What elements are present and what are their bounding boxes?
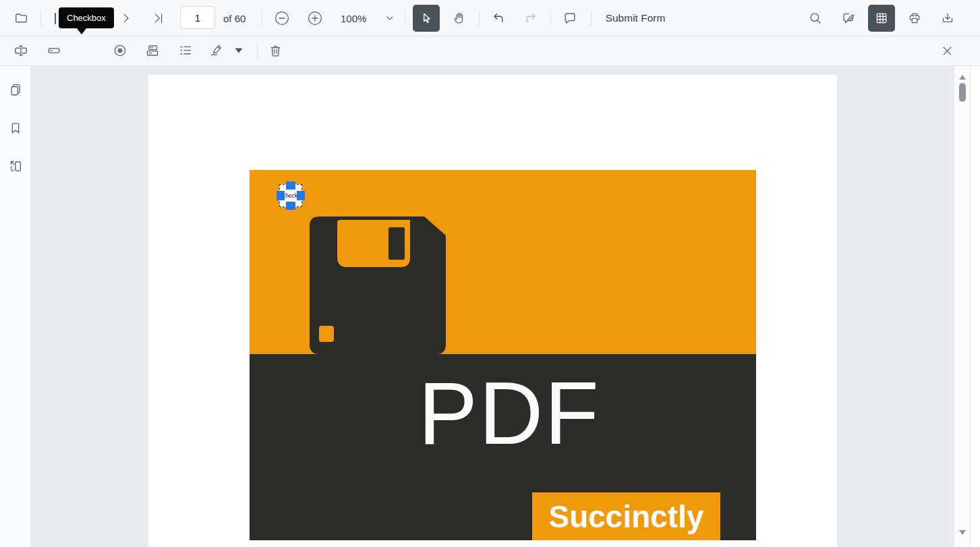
scroll-down-icon[interactable] xyxy=(959,530,966,535)
divider xyxy=(591,11,592,26)
listbox-field-button[interactable] xyxy=(172,37,199,64)
radio-button-field-button[interactable] xyxy=(107,37,134,64)
move-handle-left[interactable] xyxy=(277,191,285,200)
close-form-toolbar-button[interactable] xyxy=(933,37,960,64)
pan-hand-icon xyxy=(452,11,467,26)
scrollbar-thumb[interactable] xyxy=(959,83,966,102)
textbox-field-icon xyxy=(13,42,29,59)
move-handle-bottom[interactable] xyxy=(286,202,295,210)
divider xyxy=(40,11,41,26)
download-icon xyxy=(940,11,955,26)
page-thumbnails-icon xyxy=(8,82,24,98)
scroll-up-icon[interactable] xyxy=(959,75,966,80)
redo-icon xyxy=(523,11,538,26)
redo-button[interactable] xyxy=(517,5,544,32)
right-edge-strip xyxy=(970,66,980,547)
zoom-in-icon xyxy=(307,10,323,26)
page-count-label: of 60 xyxy=(223,13,246,24)
zoom-in-button[interactable] xyxy=(301,5,328,32)
dropdown-field-icon xyxy=(144,42,161,59)
signature-dropdown-caret-icon xyxy=(235,48,243,53)
vertical-scrollbar[interactable] xyxy=(954,66,971,547)
password-field-icon xyxy=(46,42,62,59)
annotation-button[interactable] xyxy=(835,5,862,32)
search-icon xyxy=(808,11,823,26)
first-page-button-partial[interactable] xyxy=(55,13,56,24)
signature-field-button[interactable] xyxy=(204,37,227,64)
chevron-down-icon xyxy=(383,11,397,25)
divider xyxy=(550,11,551,26)
cover-dark-band: PDF Succinctly xyxy=(250,354,756,540)
delete-field-button[interactable] xyxy=(262,37,289,64)
print-icon xyxy=(907,11,922,26)
listbox-field-icon xyxy=(177,42,194,59)
textbox-field-button[interactable] xyxy=(7,37,34,64)
undo-button[interactable] xyxy=(485,5,512,32)
bookmarks-button[interactable] xyxy=(4,117,27,140)
pdf-viewer-app: of 60 100% xyxy=(0,0,980,547)
cover-title: PDF xyxy=(415,369,604,458)
document-viewport[interactable]: PDF Succinctly Checkbox xyxy=(31,66,954,547)
pdf-page[interactable]: PDF Succinctly Checkbox xyxy=(148,75,837,547)
open-file-button[interactable] xyxy=(8,5,35,32)
page-thumbnails-button[interactable] xyxy=(4,78,27,101)
cover-image: PDF Succinctly xyxy=(250,170,756,540)
delete-icon xyxy=(268,43,283,59)
undo-icon xyxy=(491,11,506,26)
move-handle-top[interactable] xyxy=(286,181,295,190)
signature-dropdown-button[interactable] xyxy=(229,37,248,64)
signature-field-icon xyxy=(208,42,224,59)
form-designer-button[interactable] xyxy=(868,5,895,32)
left-sidebar xyxy=(0,66,31,547)
divider xyxy=(262,11,262,26)
form-field-toolbar xyxy=(0,36,980,66)
submit-form-button[interactable]: Submit Form xyxy=(598,5,673,32)
divider xyxy=(479,11,480,26)
cover-subtitle: Succinctly xyxy=(548,498,703,535)
last-page-icon xyxy=(152,11,165,25)
comment-icon xyxy=(563,11,577,26)
zoom-out-button[interactable] xyxy=(268,5,295,32)
download-button[interactable] xyxy=(934,5,961,32)
tooltip-arrow xyxy=(77,28,86,34)
checkbox-tooltip: Checkbox xyxy=(59,7,114,28)
bookmarks-icon xyxy=(8,121,23,136)
main-toolbar: of 60 100% xyxy=(0,0,980,36)
next-page-button[interactable] xyxy=(113,5,140,32)
open-file-icon xyxy=(14,11,29,26)
page-number-input[interactable] xyxy=(180,6,215,29)
move-handle-right[interactable] xyxy=(297,191,305,200)
next-page-icon xyxy=(119,11,133,25)
dropdown-field-button[interactable] xyxy=(139,37,166,64)
zoom-dropdown-button[interactable] xyxy=(376,5,403,32)
organize-pages-button[interactable] xyxy=(4,154,27,177)
submit-form-label: Submit Form xyxy=(606,12,666,24)
divider xyxy=(257,43,258,58)
radio-button-field-icon xyxy=(112,42,128,59)
cover-subtitle-banner: Succinctly xyxy=(532,492,720,540)
floppy-disk-icon xyxy=(310,217,446,354)
text-select-cursor-icon xyxy=(419,11,434,26)
text-select-tool-button[interactable] xyxy=(413,5,440,32)
pan-tool-button[interactable] xyxy=(446,5,473,32)
organize-pages-icon xyxy=(8,159,24,174)
last-page-button[interactable] xyxy=(145,5,172,32)
comment-button[interactable] xyxy=(556,5,583,32)
password-field-button[interactable] xyxy=(40,37,67,64)
divider xyxy=(405,11,405,26)
form-designer-grid-icon xyxy=(874,11,889,26)
checkbox-field-drag-preview[interactable]: Checkbox xyxy=(277,181,305,210)
zoom-level-value: 100% xyxy=(341,13,366,24)
close-icon xyxy=(940,44,954,58)
annotation-edit-icon xyxy=(841,11,856,26)
print-button[interactable] xyxy=(901,5,928,32)
zoom-out-icon xyxy=(274,10,290,26)
search-button[interactable] xyxy=(802,5,829,32)
